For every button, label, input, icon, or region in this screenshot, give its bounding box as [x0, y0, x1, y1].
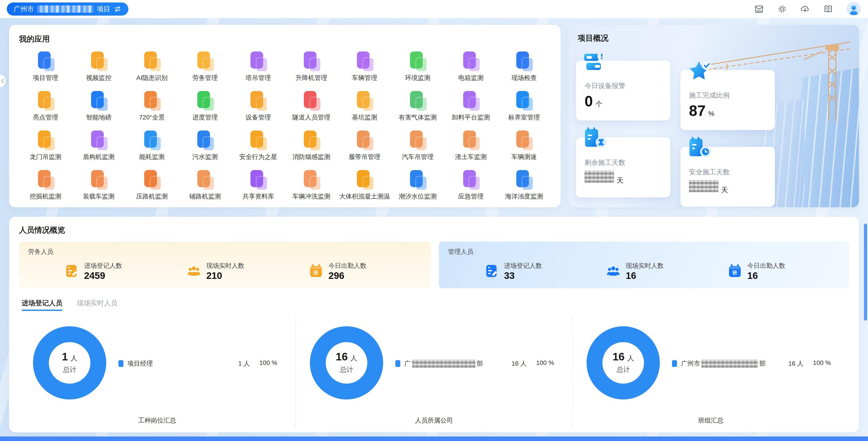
chart-caption: 班组汇总 [572, 416, 849, 425]
app-label: 设备管理 [246, 113, 271, 122]
device-alarm-icon [582, 49, 610, 76]
app-item[interactable]: 有害气体监测 [391, 90, 444, 127]
app-item[interactable]: 大体积混凝土测温 [338, 169, 391, 206]
overview-cards: 今日设备报警 0 个 施工完成比例 87 % 剩余施工天数 天 安全施工天数 天 [576, 61, 775, 197]
stat-value: 296 [329, 271, 366, 280]
app-label: 装载车监测 [83, 192, 115, 201]
app-item[interactable]: 现场检查 [498, 50, 551, 88]
app-item[interactable]: 视频监控 [72, 50, 125, 88]
app-item[interactable]: 污水监测 [179, 129, 232, 166]
personnel-stat: 进场登记人数 33 [484, 262, 606, 280]
cloud-download-icon[interactable] [800, 4, 810, 14]
overview-stat-card[interactable]: 施工完成比例 87 % [680, 70, 775, 130]
app-item[interactable]: 安全行为之星 [232, 129, 285, 166]
app-item[interactable]: 压路机监测 [125, 169, 178, 206]
overview-stat-unit: 个 [596, 100, 602, 109]
app-label: 铺路机监测 [189, 192, 221, 201]
legend-item: 广 部 16 人 100 % [395, 359, 554, 368]
app-label: 进度管理 [192, 113, 218, 122]
app-icon [247, 169, 269, 190]
app-item[interactable]: 塔吊管理 [232, 50, 285, 88]
app-icon [407, 90, 429, 111]
chevron-left-icon [1, 78, 6, 83]
app-item[interactable]: 龙门吊监测 [19, 129, 72, 166]
personnel-tab[interactable]: 现场实时人员 [77, 299, 118, 311]
app-label: 潮汐水位监测 [399, 192, 437, 201]
stat-label: 现场实时人数 [626, 262, 664, 270]
overview-stat-card[interactable]: 今日设备报警 0 个 [576, 61, 671, 121]
app-item[interactable]: 环境监测 [391, 50, 444, 88]
sidebar-collapse-handle[interactable] [0, 74, 6, 87]
app-item[interactable]: 装载车监测 [72, 169, 125, 206]
app-label: 安全行为之星 [239, 152, 277, 161]
app-item[interactable]: 渣土车监测 [444, 129, 498, 166]
overview-stat-label: 安全施工天数 [689, 168, 775, 177]
app-icon [354, 90, 375, 111]
app-item[interactable]: 进度管理 [179, 90, 232, 127]
app-item[interactable]: 车辆冲洗监测 [285, 169, 338, 206]
personnel-tab[interactable]: 进场登记人员 [22, 299, 62, 311]
overview-stat-unit: 天 [721, 185, 728, 195]
app-item[interactable]: 720°全景 [125, 90, 178, 127]
app-item[interactable]: 设备管理 [232, 90, 285, 127]
project-switcher-pill[interactable]: 广州市 项目 [7, 2, 128, 15]
donut-unit: 人 [627, 353, 634, 363]
app-item[interactable]: 车辆测速 [498, 129, 551, 166]
app-item[interactable]: 基坑监测 [338, 90, 391, 127]
app-icon [194, 90, 216, 111]
app-item[interactable]: 能耗监测 [125, 129, 178, 166]
message-icon[interactable] [754, 4, 764, 14]
app-item[interactable]: 潮汐水位监测 [391, 169, 444, 206]
manual-book-icon[interactable] [823, 4, 833, 14]
donut-total: 1 [62, 351, 68, 362]
band-stats: 进场登记人数 2459 现场实时人数 210 班 今日出勤人数 296 [28, 262, 431, 280]
overview-stat-label: 剩余施工天数 [585, 158, 671, 167]
app-item[interactable]: 车辆管理 [338, 50, 391, 88]
donut-total-label: 总计 [340, 365, 353, 374]
legend-marker [395, 360, 400, 367]
app-item[interactable]: 消防烟感监测 [285, 129, 338, 166]
overview-stat-card[interactable]: 剩余施工天数 天 [576, 137, 671, 197]
app-item[interactable]: 履带吊管理 [338, 129, 391, 166]
topbar-icons [754, 2, 861, 16]
project-name-suffix: 项目 [97, 4, 110, 14]
app-item[interactable]: 电箱监测 [444, 50, 498, 88]
legend-label-suffix: 部 [759, 359, 766, 368]
app-item[interactable]: 升降机管理 [285, 50, 338, 88]
app-icon [141, 169, 163, 190]
app-icon [407, 50, 429, 72]
app-item[interactable]: 盾构机监测 [72, 129, 125, 166]
app-item[interactable]: 应急管理 [444, 169, 498, 206]
stat-label: 今日出勤人数 [329, 262, 366, 270]
app-item[interactable]: AI隐患识别 [125, 50, 178, 88]
app-item[interactable]: 项目管理 [19, 50, 72, 88]
overview-stat-value: 87 [689, 103, 706, 118]
vertical-scrollbar-thumb[interactable] [864, 224, 867, 320]
app-label: 视频监控 [86, 74, 112, 82]
my-apps-card: 我的应用 项目管理 视频监控 AI隐患识别 劳务管理 塔吊管理 升降机管理 车辆… [9, 25, 561, 207]
app-item[interactable]: 隧道人员管理 [285, 90, 338, 127]
app-item[interactable]: 共享资料库 [232, 169, 285, 206]
project-overview-title: 项目概况 [569, 25, 859, 43]
app-icon [35, 169, 57, 190]
app-item[interactable]: 劳务管理 [179, 50, 232, 88]
app-item[interactable]: 标养室管理 [498, 90, 551, 127]
app-item[interactable]: 汽车吊管理 [391, 129, 444, 166]
avatar-icon[interactable] [846, 2, 861, 16]
overview-stat-card[interactable]: 安全施工天数 天 [680, 147, 775, 207]
app-label: 车辆管理 [352, 74, 377, 82]
donut-total: 16 [336, 351, 348, 362]
app-item[interactable]: 亮点管理 [19, 90, 72, 127]
overview-stat-label: 今日设备报警 [585, 81, 671, 91]
app-icon [460, 169, 482, 190]
app-item[interactable]: 挖掘机监测 [19, 169, 72, 206]
settings-gear-icon[interactable] [777, 4, 787, 14]
app-icon [247, 90, 269, 111]
app-item[interactable]: 卸料平台监测 [444, 90, 498, 127]
app-label: 卸料平台监测 [452, 113, 490, 122]
app-item[interactable]: 海洋浊度监测 [498, 169, 551, 206]
app-label: 电箱监测 [458, 74, 484, 82]
horizontal-scrollbar[interactable] [0, 437, 868, 441]
app-item[interactable]: 智能地磅 [72, 90, 125, 127]
app-item[interactable]: 铺路机监测 [179, 169, 232, 206]
